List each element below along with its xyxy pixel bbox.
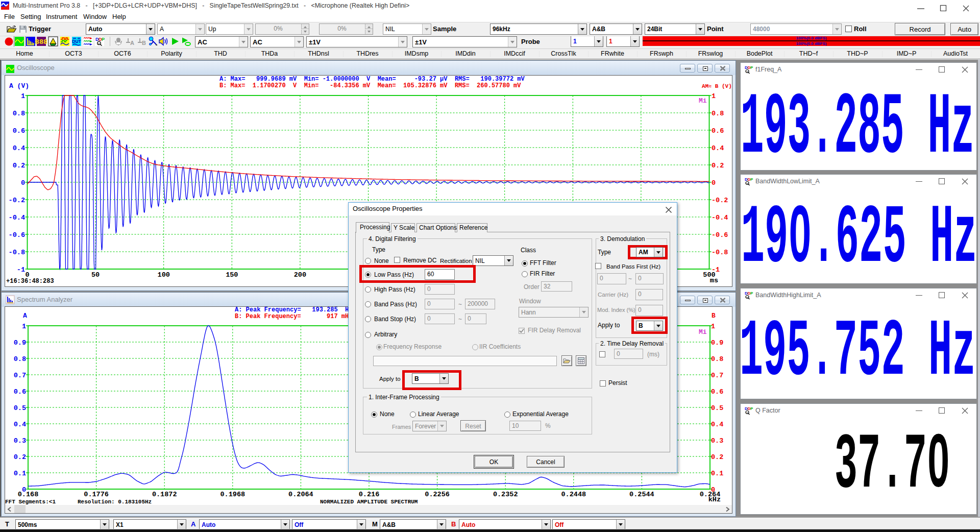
svg-text:0.2352: 0.2352 [493, 491, 518, 498]
svg-text:0.2544: 0.2544 [629, 491, 654, 498]
svg-text:1: 1 [22, 323, 26, 330]
svg-text:+: + [746, 182, 748, 185]
svg-text:0.1968: 0.1968 [220, 491, 245, 498]
svg-text:0.1: 0.1 [14, 470, 26, 477]
svg-text:0.5: 0.5 [711, 404, 723, 412]
svg-text:0.7: 0.7 [14, 372, 26, 379]
svg-text:0.3: 0.3 [14, 437, 26, 445]
svg-text:0.3: 0.3 [711, 437, 723, 445]
svg-text:0.7: 0.7 [711, 372, 723, 379]
svg-text:0.4: 0.4 [14, 421, 26, 428]
svg-text:P: P [750, 177, 753, 182]
svg-text:P: P [750, 406, 753, 411]
svg-text:0.1: 0.1 [711, 470, 723, 477]
svg-text:0.1776: 0.1776 [84, 491, 109, 498]
svg-text:0.2: 0.2 [14, 453, 26, 461]
svg-text:kHz: kHz [708, 496, 721, 503]
svg-text:0.9: 0.9 [14, 339, 26, 347]
svg-text:1: 1 [711, 323, 715, 330]
svg-text:0.168: 0.168 [18, 491, 39, 498]
svg-text:0.9: 0.9 [711, 339, 723, 347]
svg-text:0.6: 0.6 [711, 388, 723, 396]
svg-text:0.4: 0.4 [711, 421, 723, 428]
svg-text:0.2: 0.2 [711, 453, 723, 461]
svg-text:+: + [746, 296, 748, 299]
svg-text:0.5: 0.5 [14, 404, 26, 412]
svg-text:+: + [746, 70, 748, 73]
svg-text:0.2448: 0.2448 [561, 491, 586, 498]
svg-text:0.6: 0.6 [14, 388, 26, 396]
svg-text:P: P [750, 65, 753, 70]
svg-text:0.2064: 0.2064 [288, 491, 313, 498]
svg-text:0.2256: 0.2256 [425, 491, 450, 498]
svg-text:0.8: 0.8 [14, 355, 26, 363]
svg-text:P: P [750, 291, 753, 296]
svg-text:0.1872: 0.1872 [152, 491, 177, 498]
svg-text:0.216: 0.216 [359, 491, 380, 498]
svg-text:0.8: 0.8 [711, 355, 723, 363]
svg-text:+: + [746, 411, 748, 414]
